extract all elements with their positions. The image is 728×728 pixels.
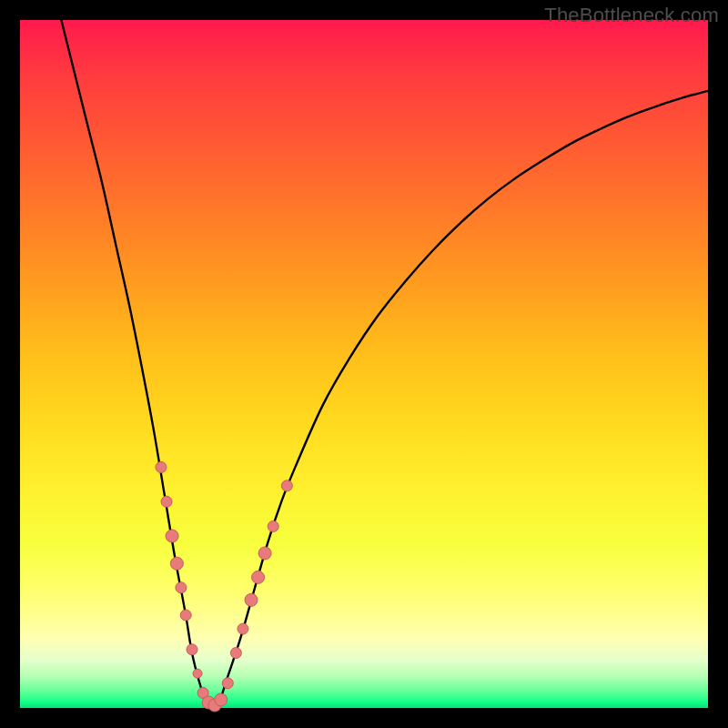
data-point bbox=[258, 547, 271, 560]
data-point bbox=[238, 623, 248, 634]
data-point bbox=[193, 669, 202, 678]
data-point bbox=[170, 557, 183, 570]
data-point bbox=[281, 480, 292, 491]
data-point bbox=[156, 461, 167, 472]
watermark-text: TheBottleneck.com bbox=[544, 4, 719, 27]
chart-frame: TheBottleneck.com bbox=[0, 0, 728, 728]
data-point bbox=[215, 693, 228, 706]
points-group bbox=[156, 461, 292, 712]
data-point bbox=[222, 678, 233, 689]
data-point bbox=[268, 521, 278, 531]
data-point bbox=[166, 530, 178, 542]
data-point bbox=[161, 496, 172, 507]
data-point bbox=[252, 571, 265, 583]
data-point bbox=[187, 644, 197, 655]
data-point bbox=[180, 610, 191, 621]
curve-group bbox=[61, 20, 708, 708]
data-point bbox=[245, 593, 258, 606]
bottleneck-curve bbox=[61, 20, 708, 708]
chart-overlay-svg bbox=[20, 20, 708, 708]
data-point bbox=[176, 582, 187, 593]
data-point bbox=[230, 648, 241, 659]
